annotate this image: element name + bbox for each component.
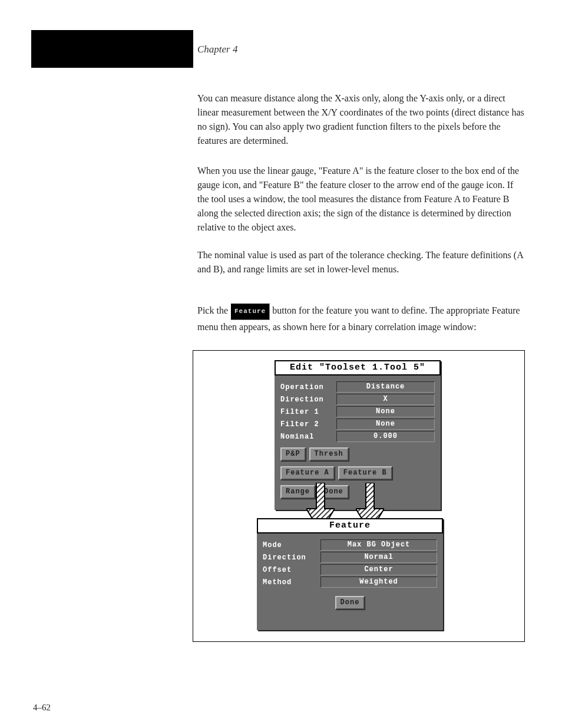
- row-direction: Direction X: [280, 394, 435, 405]
- row-mode: Mode Max BG Object: [263, 539, 437, 551]
- value-direction[interactable]: X: [336, 394, 435, 405]
- paragraph-2: When you use the linear gauge, "Feature …: [197, 164, 525, 235]
- paragraph-1: You can measure distance along the X-axi…: [197, 91, 525, 148]
- value-method[interactable]: Weighted: [320, 577, 437, 588]
- figure-frame: Edit "Toolset 1.Tool 5" Operation Distan…: [193, 350, 525, 642]
- feature-b-button[interactable]: Feature B: [338, 466, 392, 480]
- feature-a-button[interactable]: Feature A: [280, 466, 335, 480]
- row-filter1: Filter 1 None: [280, 406, 435, 417]
- feature-panel: Feature Mode Max BG Object Direction Nor…: [257, 518, 443, 630]
- label-feature-direction: Direction: [263, 554, 320, 562]
- value-offset[interactable]: Center: [320, 564, 437, 575]
- chapter-label: Chapter 4: [197, 44, 237, 55]
- value-nominal[interactable]: 0.000: [336, 431, 435, 442]
- edit-toolset-title: Edit "Toolset 1.Tool 5": [275, 360, 441, 375]
- row-filter2: Filter 2 None: [280, 419, 435, 430]
- paragraph-4: Pick the Feature button for the feature …: [197, 303, 525, 334]
- row-method: Method Weighted: [263, 577, 437, 588]
- row-feature-direction: Direction Normal: [263, 552, 437, 563]
- value-operation[interactable]: Distance: [336, 381, 435, 393]
- page-number: 4–62: [33, 703, 51, 713]
- value-feature-direction[interactable]: Normal: [320, 552, 437, 563]
- feature-inline-button: Feature: [230, 303, 270, 320]
- pp-button[interactable]: P&P: [280, 447, 306, 461]
- page-header-block: [31, 30, 193, 68]
- row-nominal: Nominal 0.000: [280, 431, 435, 442]
- feature-panel-title: Feature: [257, 518, 443, 533]
- label-filter1: Filter 1: [280, 408, 336, 416]
- label-direction: Direction: [280, 396, 336, 404]
- row-operation: Operation Distance: [280, 381, 435, 393]
- feature-done-button[interactable]: Done: [335, 596, 365, 610]
- label-mode: Mode: [263, 541, 320, 549]
- paragraph-4-prefix: Pick the: [197, 305, 230, 315]
- thresh-button[interactable]: Thresh: [309, 447, 349, 461]
- label-nominal: Nominal: [280, 433, 336, 441]
- label-operation: Operation: [280, 383, 336, 391]
- paragraph-3: The nominal value is used as part of the…: [197, 248, 525, 276]
- label-filter2: Filter 2: [280, 420, 336, 429]
- label-method: Method: [263, 578, 320, 587]
- label-offset: Offset: [263, 566, 320, 574]
- value-filter2[interactable]: None: [336, 419, 435, 430]
- value-filter1[interactable]: None: [336, 406, 435, 417]
- row-offset: Offset Center: [263, 564, 437, 575]
- value-mode[interactable]: Max BG Object: [320, 539, 437, 551]
